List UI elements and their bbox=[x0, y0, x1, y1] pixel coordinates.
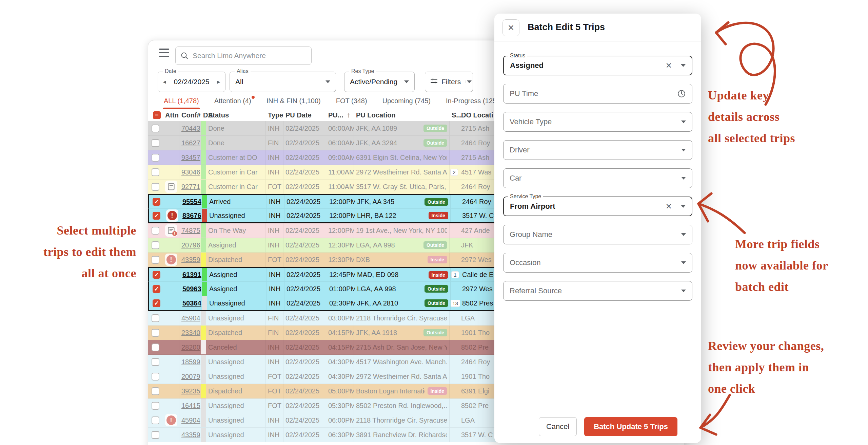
row-checkbox[interactable]: ✓ bbox=[153, 212, 160, 220]
chevron-down-icon bbox=[467, 80, 472, 83]
type-cell: FIN bbox=[266, 311, 283, 325]
row-checkbox[interactable] bbox=[152, 329, 159, 337]
tab-all-1-478-[interactable]: ALL (1,478) bbox=[164, 97, 199, 109]
tab-attention-4-[interactable]: Attention (4) bbox=[214, 97, 251, 109]
chevron-down-icon[interactable] bbox=[681, 177, 686, 180]
conf-link[interactable]: 74875 bbox=[181, 227, 200, 235]
chevron-down-icon[interactable] bbox=[681, 120, 686, 123]
date-next-icon[interactable]: ▸ bbox=[212, 72, 225, 92]
tab-in-progress-125-[interactable]: In-Progress (125) bbox=[446, 97, 499, 109]
note-icon[interactable] bbox=[165, 181, 177, 193]
annotation-line: batch edit bbox=[735, 276, 828, 298]
tab-fot-348-[interactable]: FOT (348) bbox=[336, 97, 367, 109]
field-status[interactable]: StatusAssigned✕ bbox=[503, 56, 692, 75]
conf-link[interactable]: 43359 bbox=[181, 431, 200, 439]
date-prev-icon[interactable]: ◂ bbox=[158, 72, 171, 92]
tab-upcoming-745-[interactable]: Upcoming (745) bbox=[382, 97, 431, 109]
field-car[interactable]: Car bbox=[503, 168, 692, 188]
conf-link[interactable]: 70443 bbox=[181, 125, 200, 132]
select-all-checkbox[interactable]: − bbox=[153, 111, 161, 119]
row-checkbox[interactable] bbox=[152, 431, 159, 439]
alert-icon[interactable]: ! bbox=[165, 254, 177, 266]
res-type-select[interactable]: Res Type Active/Pending bbox=[344, 72, 415, 92]
row-checkbox[interactable] bbox=[152, 168, 159, 176]
conf-cell: 61391 bbox=[180, 268, 202, 281]
cancel-button[interactable]: Cancel bbox=[539, 417, 577, 436]
sort-asc-icon[interactable]: ↑ bbox=[347, 111, 350, 119]
column-header-select-all[interactable]: − bbox=[148, 111, 163, 119]
close-icon[interactable]: ✕ bbox=[502, 19, 519, 36]
field-vehicle-type[interactable]: Vehicle Type bbox=[503, 112, 692, 132]
menu-icon[interactable] bbox=[159, 49, 169, 57]
clock-icon[interactable] bbox=[677, 89, 686, 98]
row-checkbox[interactable] bbox=[152, 344, 159, 351]
field-occasion[interactable]: Occasion bbox=[503, 253, 692, 273]
conf-link[interactable]: 16415 bbox=[181, 402, 200, 410]
batch-update-button[interactable]: Batch Update 5 Trips bbox=[584, 417, 677, 436]
conf-link[interactable]: 45904 bbox=[181, 314, 200, 322]
date-field[interactable]: Date ◂ 02/24/2025 ▸ bbox=[158, 72, 225, 92]
conf-link[interactable]: 50963 bbox=[182, 285, 201, 293]
conf-link[interactable]: 83676 bbox=[182, 212, 201, 220]
conf-link[interactable]: 43359 bbox=[181, 256, 200, 264]
pu-time-cell: 03:00PM bbox=[326, 311, 354, 325]
row-checkbox[interactable] bbox=[152, 241, 159, 249]
row-checkbox[interactable]: ✓ bbox=[153, 198, 160, 206]
conf-link[interactable]: 50364 bbox=[182, 299, 201, 307]
row-checkbox[interactable] bbox=[152, 154, 159, 162]
row-checkbox[interactable]: ✓ bbox=[153, 271, 160, 279]
type-cell: FIN bbox=[266, 326, 283, 340]
clear-icon[interactable]: ✕ bbox=[666, 202, 672, 211]
clear-icon[interactable]: ✕ bbox=[666, 61, 672, 70]
row-checkbox[interactable] bbox=[152, 373, 159, 381]
chevron-down-icon[interactable] bbox=[681, 205, 686, 208]
chevron-down-icon[interactable] bbox=[681, 64, 686, 67]
search-input[interactable]: Search Limo Anywhere bbox=[175, 47, 312, 65]
tab-inh-fin-1-100-[interactable]: INH & FIN (1,100) bbox=[267, 97, 321, 109]
conf-link[interactable]: 45904 bbox=[181, 416, 200, 424]
field-group-name[interactable]: Group Name bbox=[503, 225, 692, 244]
row-checkbox[interactable] bbox=[152, 387, 159, 395]
filters-button[interactable]: Filters bbox=[425, 72, 473, 92]
filters-dropdown-button[interactable] bbox=[466, 80, 473, 83]
conf-link[interactable]: 20796 bbox=[181, 241, 200, 249]
chevron-down-icon[interactable] bbox=[681, 149, 686, 151]
conf-link[interactable]: 93457 bbox=[181, 154, 200, 162]
alias-select[interactable]: Alias All bbox=[230, 72, 336, 92]
conf-link[interactable]: 18599 bbox=[181, 358, 200, 366]
row-checkbox[interactable] bbox=[152, 402, 159, 410]
alert-icon[interactable]: ! bbox=[165, 414, 177, 426]
conf-link[interactable]: 20079 bbox=[181, 373, 200, 381]
outside-badge: Outside bbox=[423, 125, 447, 132]
conf-link[interactable]: 93046 bbox=[181, 168, 200, 176]
row-checkbox[interactable] bbox=[152, 416, 159, 424]
field-service-type[interactable]: Service TypeFrom Airport✕ bbox=[503, 197, 692, 216]
chevron-down-icon[interactable] bbox=[681, 261, 686, 264]
note-alert-icon[interactable]: ! bbox=[165, 224, 177, 237]
row-checkbox[interactable] bbox=[152, 183, 159, 191]
attn-cell bbox=[163, 369, 179, 384]
field-driver[interactable]: Driver bbox=[503, 140, 692, 160]
status-cell: On The Way bbox=[206, 223, 266, 238]
row-checkbox[interactable] bbox=[152, 358, 159, 366]
alert-icon[interactable]: ! bbox=[166, 209, 178, 222]
row-checkbox[interactable] bbox=[152, 227, 159, 235]
stops-count: 1 bbox=[451, 271, 459, 278]
row-checkbox[interactable] bbox=[152, 125, 159, 132]
conf-link[interactable]: 95554 bbox=[182, 198, 201, 206]
field-referral-source[interactable]: Referral Source bbox=[503, 281, 692, 301]
row-checkbox[interactable] bbox=[152, 139, 159, 147]
chevron-down-icon[interactable] bbox=[681, 290, 686, 292]
row-checkbox[interactable] bbox=[152, 314, 159, 322]
chevron-down-icon[interactable] bbox=[681, 233, 686, 236]
row-checkbox[interactable] bbox=[152, 256, 159, 264]
field-pu-time[interactable]: PU Time bbox=[503, 84, 692, 104]
conf-link[interactable]: 39235 bbox=[181, 387, 200, 395]
row-checkbox[interactable]: ✓ bbox=[153, 285, 160, 293]
conf-link[interactable]: 28200 bbox=[181, 344, 200, 351]
conf-link[interactable]: 61391 bbox=[182, 271, 201, 279]
row-checkbox[interactable]: ✓ bbox=[153, 299, 160, 307]
conf-link[interactable]: 92771 bbox=[181, 183, 200, 191]
conf-link[interactable]: 23340 bbox=[181, 329, 200, 337]
conf-link[interactable]: 16627 bbox=[181, 139, 200, 147]
